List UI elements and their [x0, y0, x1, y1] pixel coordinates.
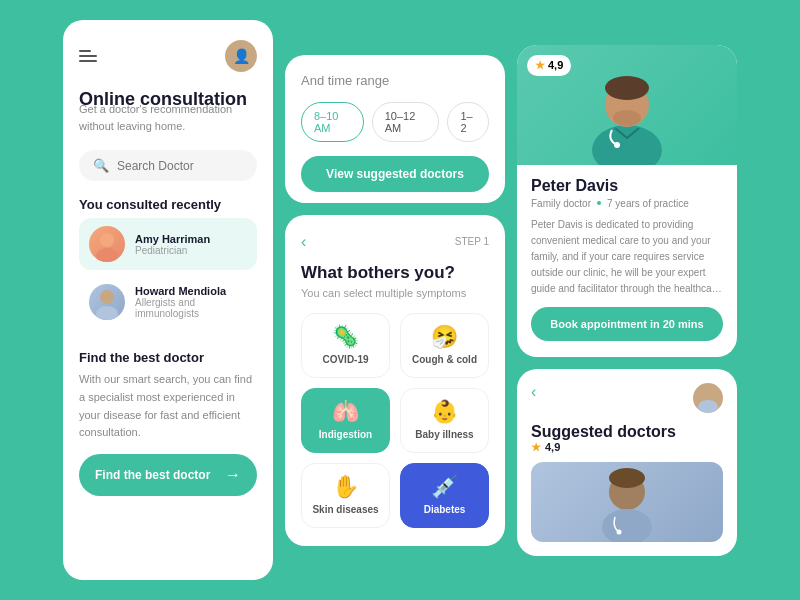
symptom-label-indigestion: Indigestion [310, 429, 381, 440]
svg-point-9 [702, 388, 714, 400]
time-range-label: And time range [301, 73, 489, 88]
svg-point-4 [592, 125, 662, 165]
find-best-doctor-button[interactable]: Find the best doctor → [79, 454, 257, 496]
recently-consulted-label: You consulted recently [79, 197, 257, 212]
star-icon: ★ [535, 59, 545, 72]
doctor-name-amy: Amy Harriman [135, 233, 210, 245]
doctor-item-amy[interactable]: Amy Harriman Pediatrician [79, 218, 257, 270]
rating-value: 4,9 [548, 59, 563, 71]
dot-divider [597, 201, 601, 205]
doctor-figure-svg [577, 50, 677, 165]
suggested-doctors-card: ‹ Suggested doctors ★ 4,9 [517, 369, 737, 556]
arrow-icon: → [225, 466, 241, 484]
svg-point-7 [613, 110, 641, 126]
cough-icon: 🤧 [409, 326, 480, 348]
middle-column: And time range 8–10 AM 10–12 AM 1–2 View… [285, 55, 505, 546]
covid-icon: 🦠 [310, 326, 381, 348]
recently-consulted-section: You consulted recently Amy Harriman Pedi… [79, 197, 257, 334]
suggested-title: Suggested doctors [531, 423, 723, 441]
symptoms-subtitle: You can select multiple symptoms [301, 287, 489, 299]
suggested-doctor-thumbnail [531, 462, 723, 542]
doctor-item-howard[interactable]: Howard Mendiola Allergists and immunolog… [79, 276, 257, 328]
doctor-name-howard: Howard Mendiola [135, 285, 247, 297]
doctor-info-amy: Amy Harriman Pediatrician [135, 233, 210, 256]
time-slots: 8–10 AM 10–12 AM 1–2 [301, 102, 489, 142]
doctor-avatar-amy [89, 226, 125, 262]
symptom-label-skin: Skin diseases [310, 504, 381, 515]
suggested-rating-value: 4,9 [545, 441, 560, 453]
hamburger-menu-icon[interactable] [79, 50, 97, 62]
symptom-label-cough: Cough & cold [409, 354, 480, 365]
time-slot-2[interactable]: 10–12 AM [372, 102, 440, 142]
find-section-title: Find the best doctor [79, 350, 257, 365]
find-best-doctor-section: Find the best doctor With our smart sear… [79, 350, 257, 495]
doctor-spec-howard: Allergists and immunologists [135, 297, 247, 319]
step-label: STEP 1 [455, 236, 489, 247]
suggested-rating: ★ 4,9 [531, 441, 723, 454]
svg-point-8 [614, 142, 620, 148]
suggested-doctor-figure [587, 462, 667, 542]
svg-point-2 [100, 290, 114, 304]
svg-point-13 [609, 468, 645, 488]
symptom-covid[interactable]: 🦠 COVID-19 [301, 313, 390, 378]
doctor-meta: Family doctor 7 years of practice [531, 198, 723, 209]
symptom-grid: 🦠 COVID-19 🤧 Cough & cold 🫁 Indigestion … [301, 313, 489, 528]
doctor-bio: Peter Davis is dedicated to providing co… [531, 217, 723, 297]
symptoms-title: What bothers you? [301, 263, 489, 283]
suggested-back-button[interactable]: ‹ [531, 383, 536, 401]
doctor-avatar-howard [89, 284, 125, 320]
search-icon: 🔍 [93, 158, 109, 173]
search-input[interactable] [117, 159, 243, 173]
doctor-info-howard: Howard Mendiola Allergists and immunolog… [135, 285, 247, 319]
doctor-name: Peter Davis [531, 177, 723, 195]
symptoms-nav: ‹ STEP 1 [301, 233, 489, 251]
time-slot-1[interactable]: 8–10 AM [301, 102, 364, 142]
view-suggested-doctors-button[interactable]: View suggested doctors [301, 156, 489, 192]
symptom-skin[interactable]: ✋ Skin diseases [301, 463, 390, 528]
left-title-section: Online consultation Get a doctor's recom… [79, 88, 257, 134]
svg-point-6 [605, 76, 649, 100]
suggested-header: ‹ [531, 383, 723, 413]
svg-point-3 [96, 306, 118, 320]
doctor-experience: 7 years of practice [607, 198, 689, 209]
time-slot-3[interactable]: 1–2 [447, 102, 489, 142]
indigestion-icon: 🫁 [310, 401, 381, 423]
skin-icon: ✋ [310, 476, 381, 498]
baby-icon: 👶 [409, 401, 480, 423]
symptoms-card: ‹ STEP 1 What bothers you? You can selec… [285, 215, 505, 546]
suggested-star-icon: ★ [531, 441, 541, 454]
svg-point-12 [602, 509, 652, 542]
svg-point-14 [617, 529, 622, 534]
symptom-cough[interactable]: 🤧 Cough & cold [400, 313, 489, 378]
right-column: ★ 4,9 Peter Davis Fami [517, 45, 737, 556]
svg-point-1 [96, 248, 118, 262]
page-subtitle: Get a doctor's recommendation without le… [79, 101, 257, 134]
svg-point-0 [100, 233, 114, 247]
left-panel: 👤 Online consultation Get a doctor's rec… [63, 20, 273, 580]
find-section-desc: With our smart search, you can find a sp… [79, 371, 257, 441]
symptom-indigestion[interactable]: 🫁 Indigestion [301, 388, 390, 453]
doctor-rating-badge: ★ 4,9 [527, 55, 571, 76]
diabetes-icon: 💉 [409, 476, 480, 498]
symptom-label-covid: COVID-19 [310, 354, 381, 365]
symptom-label-baby: Baby illness [409, 429, 480, 440]
time-range-card: And time range 8–10 AM 10–12 AM 1–2 View… [285, 55, 505, 203]
doctor-profile-card: ★ 4,9 Peter Davis Fami [517, 45, 737, 357]
symptom-baby[interactable]: 👶 Baby illness [400, 388, 489, 453]
doctor-profile-info: Peter Davis Family doctor 7 years of pra… [517, 165, 737, 297]
book-appointment-button[interactable]: Book appointment in 20 mins [531, 307, 723, 341]
symptom-label-diabetes: Diabetes [409, 504, 480, 515]
user-avatar[interactable]: 👤 [225, 40, 257, 72]
doctor-hero-image: ★ 4,9 [517, 45, 737, 165]
suggested-user-avatar [693, 383, 723, 413]
symptom-diabetes[interactable]: 💉 Diabetes [400, 463, 489, 528]
svg-point-10 [698, 400, 718, 413]
doctor-specialty: Family doctor [531, 198, 591, 209]
back-button[interactable]: ‹ [301, 233, 306, 251]
left-header: 👤 [79, 40, 257, 72]
search-bar[interactable]: 🔍 [79, 150, 257, 181]
doctor-spec-amy: Pediatrician [135, 245, 210, 256]
